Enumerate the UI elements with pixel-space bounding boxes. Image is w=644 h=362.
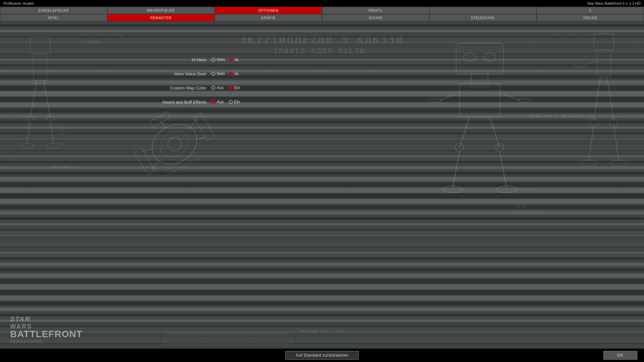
svg-line-41 xyxy=(60,141,62,147)
radio-group-hero-voice-over: NeinJa xyxy=(211,71,244,76)
radio-circle-ai-hero-nein xyxy=(211,58,215,62)
svg-point-38 xyxy=(60,125,64,129)
sw-remastered-text: REMASTERED xyxy=(10,340,83,344)
sw-star-text: STAR xyxy=(10,315,83,323)
svg-line-57 xyxy=(166,153,206,176)
option-label-award-buff-effects: Award and Buff Effects xyxy=(144,100,211,105)
svg-line-19 xyxy=(439,92,460,101)
svg-rect-47 xyxy=(150,112,171,127)
radio-custom-map-color-ein[interactable]: Ein xyxy=(229,85,244,90)
radio-award-buff-effects-aus[interactable]: Aus xyxy=(211,100,226,104)
radio-hero-voice-over-nein[interactable]: Nein xyxy=(211,71,226,76)
nav2-btn-spiel[interactable]: SPIEL xyxy=(0,14,107,21)
ok-button[interactable]: OK xyxy=(603,351,637,360)
option-label-custom-map-color: Custom Map Color xyxy=(144,85,211,90)
svg-rect-22 xyxy=(518,99,530,102)
radio-label-hero-voice-over-nein: Nein xyxy=(217,71,226,76)
option-label-ai-hero: AI Hero xyxy=(144,57,211,62)
svg-rect-1 xyxy=(460,47,500,70)
radio-custom-map-color-aus[interactable]: Aus xyxy=(211,85,226,90)
svg-line-50 xyxy=(188,120,199,128)
nav2-btn-online[interactable]: ONLINE xyxy=(537,14,644,21)
svg-rect-58 xyxy=(594,34,614,50)
nav1-btn-minus[interactable]: - xyxy=(429,7,537,14)
svg-point-45 xyxy=(165,135,184,154)
svg-rect-28 xyxy=(30,37,50,54)
svg-point-3 xyxy=(484,53,496,61)
blueprint-subtitle: ЭЛИЙТЛ КДОЛ ОХLЭИ- xyxy=(273,47,371,55)
blueprint-title: ЭК771ИОДЕZ00 Э КДКЗЭИ xyxy=(240,34,404,46)
nav-bar-2: SPIELREMASTERGRAFIKSOUNDSTEUERUNGONLINE xyxy=(0,14,644,21)
svg-rect-4 xyxy=(471,74,488,84)
svg-point-44 xyxy=(156,126,194,162)
svg-line-65 xyxy=(614,126,619,161)
svg-point-43 xyxy=(145,116,204,172)
nav1-btn-close[interactable]: X xyxy=(537,7,644,14)
radio-hero-voice-over-ja[interactable]: Ja xyxy=(229,71,244,76)
radio-label-ai-hero-ja: Ja xyxy=(234,57,244,62)
radio-circle-hero-voice-over-ja xyxy=(229,72,233,76)
svg-line-14 xyxy=(500,152,506,188)
bp-text-bottom-center: ИОТОХЖ ЭХОТ ЗОТ xyxy=(300,329,343,334)
svg-rect-53 xyxy=(194,113,215,141)
radio-ai-hero-ja[interactable]: Ja xyxy=(229,57,244,62)
top-bar: Profilname: Anakin Star Wars Battlefront… xyxy=(0,0,644,7)
radio-award-buff-effects-ein[interactable]: Ein xyxy=(229,100,244,104)
bottom-blueprint-box xyxy=(164,333,292,345)
svg-line-51 xyxy=(197,134,207,142)
sw-logo: STAR WARS BATTLEFRONT REMASTERED xyxy=(10,315,83,344)
svg-line-61 xyxy=(607,77,614,121)
version-label: Star Wars Battlefront II v. 1.3 HD xyxy=(587,1,641,5)
nav2-btn-sound[interactable]: SOUND xyxy=(322,14,429,21)
radio-label-hero-voice-over-ja: Ja xyxy=(234,71,244,76)
nav-bar-1: EINZELSPIELERMEHRSPIELEROPTIONENPROFIL-X xyxy=(0,7,644,14)
svg-line-10 xyxy=(490,117,500,147)
svg-rect-29 xyxy=(34,54,47,80)
nav2-btn-grafik[interactable]: GRAFIK xyxy=(215,14,322,21)
radio-ai-hero-nein[interactable]: Nein xyxy=(211,57,226,62)
svg-rect-59 xyxy=(597,50,610,77)
svg-rect-5 xyxy=(460,84,500,117)
option-row-award-buff-effects: Award and Buff EffectsAusEin xyxy=(144,98,272,106)
option-row-ai-hero: AI HeroNeinJa xyxy=(144,55,272,64)
svg-line-49 xyxy=(150,161,161,169)
radio-label-ai-hero-nein: Nein xyxy=(217,57,226,62)
svg-line-9 xyxy=(460,117,470,147)
sw-battlefront-text: BATTLEFRONT xyxy=(10,329,83,340)
svg-text:ALL TERRAIN SCOUT TRANSPORT: ALL TERRAIN SCOUT TRANSPORT xyxy=(512,210,540,213)
svg-line-31 xyxy=(44,80,50,117)
svg-line-46 xyxy=(161,121,165,128)
nav1-btn-optionen[interactable]: OPTIONEN xyxy=(215,7,322,14)
svg-line-21 xyxy=(500,92,520,101)
radio-label-award-buff-effects-ein: Ein xyxy=(234,100,244,104)
nav1-btn-profil[interactable]: PROFIL xyxy=(322,7,429,14)
reset-button[interactable]: Auf Standard zurücksetzen xyxy=(285,351,359,360)
svg-line-60 xyxy=(594,77,600,121)
svg-line-13 xyxy=(453,152,460,188)
option-row-custom-map-color: Custom Map ColorAusEin xyxy=(144,83,272,92)
svg-point-66 xyxy=(580,160,597,166)
svg-line-48 xyxy=(142,146,152,155)
svg-point-67 xyxy=(610,160,627,166)
option-row-hero-voice-over: Hero Voice OverNeinJa xyxy=(144,69,272,78)
radio-circle-award-buff-effects-ein xyxy=(229,100,233,104)
radio-circle-custom-map-color-aus xyxy=(211,86,215,90)
svg-line-30 xyxy=(30,80,37,117)
nav1-btn-mehrspieler[interactable]: MEHRSPIELER xyxy=(107,7,215,14)
nav2-btn-steuerung[interactable]: STEUERUNG xyxy=(429,14,537,21)
radio-circle-award-buff-effects-aus xyxy=(211,100,215,104)
right-mech-drawing xyxy=(570,27,637,196)
bp-text-1: Д4К7 ОК7Ж ЭК44-270ДД xyxy=(80,34,123,37)
bottom-bar: Auf Standard zurücksetzen OK xyxy=(0,349,644,362)
svg-rect-0 xyxy=(456,44,503,74)
svg-rect-52 xyxy=(134,147,155,175)
svg-rect-8 xyxy=(470,87,490,92)
radio-group-ai-hero: NeinJa xyxy=(211,57,244,62)
option-label-hero-voice-over: Hero Voice Over xyxy=(144,71,211,76)
svg-line-35 xyxy=(50,122,54,144)
nav1-btn-einzelspieler[interactable]: EINZELSPIELER xyxy=(0,7,107,14)
svg-line-42 xyxy=(62,141,64,147)
radio-group-award-buff-effects: AusEin xyxy=(211,100,244,104)
options-panel: AI HeroNeinJaHero Voice OverNeinJaCustom… xyxy=(144,55,272,112)
nav2-btn-remaster[interactable]: REMASTER xyxy=(107,14,215,21)
